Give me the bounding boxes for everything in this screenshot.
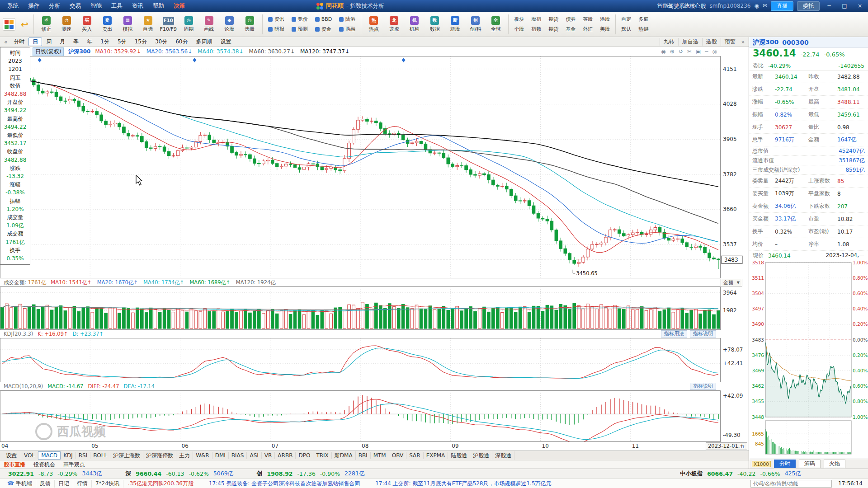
toolbar-button-创/科[interactable]: 创创/科	[465, 16, 486, 33]
tool-预警[interactable]: 预警	[721, 38, 739, 46]
toolbar-item-个股[interactable]: 个股	[511, 25, 527, 33]
menu-item-帮助[interactable]: 帮助	[148, 1, 169, 11]
menu-item-操作[interactable]: 操作	[24, 1, 44, 11]
period-30分[interactable]: 30分	[151, 38, 171, 46]
toolbar-item-板块[interactable]: 板块	[511, 15, 527, 23]
indicator-tab-DMI[interactable]: DMI	[212, 452, 229, 459]
toolbar-item-两融[interactable]: 两融	[336, 25, 359, 33]
period-1分[interactable]: 1分	[96, 38, 113, 46]
toolbar-button-模拟[interactable]: ▦模拟	[118, 16, 138, 33]
indicator-tab-W&R[interactable]: W&R	[193, 452, 212, 459]
toolbar-item-竞价[interactable]: 竞价	[288, 15, 311, 23]
indicator-tab-沪股通[interactable]: 沪股通	[470, 451, 492, 460]
period-chip[interactable]: 日线(复权)	[33, 47, 64, 56]
toolbar-item-外汇[interactable]: 外汇	[580, 25, 596, 33]
back-icon[interactable]: ↩	[18, 19, 31, 30]
scroll-left-icon[interactable]: «	[2, 39, 9, 45]
toolbar-item-期货[interactable]: 期货	[545, 25, 561, 33]
period-年[interactable]: 年	[83, 38, 96, 46]
bottom-button-行情[interactable]: 行情	[73, 480, 92, 488]
period-多周期[interactable]: 多周期	[192, 38, 216, 46]
target-icon[interactable]: ◎	[712, 48, 717, 55]
indicator-tab-OBV[interactable]: OBV	[389, 452, 407, 459]
news-item[interactable]: 17:44 上交所: 截至11月底共有ETF产品528只，市场规模超过1.5万亿…	[375, 480, 551, 488]
lock-icon[interactable]: ▣	[696, 48, 701, 55]
toolbar-button-买入[interactable]: 买买入	[77, 16, 97, 33]
bottom-button-7*24快讯[interactable]: 7*24快讯	[92, 480, 123, 488]
toolbar-item-研报[interactable]: 研报	[265, 25, 288, 33]
indicator-tab-陆股通[interactable]: 陆股通	[448, 451, 470, 460]
macd-chart[interactable]: +42.09-49.30	[0, 390, 749, 442]
close-button[interactable]: ×	[854, 3, 866, 9]
menu-item-decision[interactable]: 决策	[169, 1, 189, 11]
tab-高手观点[interactable]: 高手观点	[63, 461, 85, 469]
indicator-tab-MACD[interactable]: MACD	[38, 451, 61, 460]
button-指标用法[interactable]: 指标用法	[661, 330, 687, 338]
toolbar-button-数据[interactable]: 数数据	[425, 16, 445, 33]
maximize-button[interactable]: □	[839, 3, 850, 9]
toolbar-button-热点[interactable]: 热热点	[363, 16, 384, 33]
period-60分[interactable]: 60分	[171, 38, 192, 46]
toolbar-item-股指[interactable]: 股指	[528, 15, 544, 23]
refresh-icon[interactable]: ↺	[679, 48, 683, 55]
volume-chart[interactable]: 39641982	[0, 286, 749, 330]
toolbar-item-基金[interactable]: 基金	[562, 25, 579, 33]
app-grid-icon[interactable]	[3, 18, 15, 31]
toolbar-item-陆港[interactable]: 陆港	[336, 15, 359, 23]
tab-投资机会[interactable]: 投资机会	[33, 461, 55, 469]
indicator-tab-TRIX[interactable]: TRIX	[313, 452, 331, 459]
indicator-tab-EXPMA[interactable]: EXPMA	[424, 452, 448, 459]
button-指标说明[interactable]: 指标说明	[690, 383, 716, 390]
indicator-tab-SAR[interactable]: SAR	[406, 452, 423, 459]
toolbar-button-选股[interactable]: ◎选股	[240, 16, 260, 33]
indicator-tab-新DMA[interactable]: 新DMA	[332, 451, 356, 460]
kdj-chart[interactable]: +78.07+42.41	[0, 338, 749, 382]
indicator-tab-RSI[interactable]: RSI	[76, 452, 91, 459]
toolbar-item-英股[interactable]: 英股	[580, 15, 596, 23]
message-icon[interactable]: ✉	[763, 3, 767, 9]
menu-item-分析[interactable]: 分析	[44, 1, 65, 11]
indicator-tab-DPO[interactable]: DPO	[296, 452, 313, 459]
menu-item-工具[interactable]: 工具	[107, 1, 127, 11]
tool-选股[interactable]: 选股	[702, 38, 721, 46]
button-指标说明[interactable]: 指标说明	[690, 330, 716, 338]
period-日[interactable]: 日	[28, 38, 42, 46]
tool-九转[interactable]: 九转	[660, 38, 678, 46]
kline-chart[interactable]: 41514028390537823660353734833450.65	[0, 56, 749, 278]
toolbar-button-画线[interactable]: ✎画线	[199, 16, 219, 33]
toolbar-button-修正[interactable]: ↺修正	[36, 16, 57, 33]
tab-分时[interactable]: 分时	[774, 460, 796, 468]
tab-筹码[interactable]: 筹码	[799, 460, 821, 468]
live-button[interactable]: 直播	[771, 1, 793, 11]
toolbar-item-美股[interactable]: 美股	[597, 25, 613, 33]
period-5分[interactable]: 5分	[113, 38, 131, 46]
news-item[interactable]: 17:45 蜀道装备: 全资子公司深冷科技首次签署加氢站销售合同	[209, 480, 360, 488]
toolbar-item-期货[interactable]: 期货	[545, 15, 561, 23]
indicator-tab-BIAS[interactable]: BIAS	[229, 452, 247, 459]
indicator-tab-ASI[interactable]: ASI	[247, 452, 261, 459]
indicator-tab-沪深涨停数[interactable]: 沪深涨停数	[143, 451, 176, 460]
amount-select[interactable]: 金额▼	[721, 279, 742, 286]
scissors-icon[interactable]: ✂	[687, 48, 692, 55]
stock-search-input[interactable]	[750, 480, 832, 488]
indicator-tab-主力[interactable]: 主力	[176, 451, 193, 460]
toolbar-button-F10/F9[interactable]: F10F10/F9	[158, 17, 179, 32]
toolbar-button-新股[interactable]: 新新股	[445, 16, 465, 33]
tool-加自选[interactable]: 加自选	[678, 38, 702, 46]
toolbar-button-卖出[interactable]: 卖卖出	[97, 16, 118, 33]
eye-icon[interactable]: ◉	[661, 48, 665, 55]
move-icon[interactable]: ⊕	[670, 48, 675, 55]
menu-item-资讯[interactable]: 资讯	[127, 1, 148, 11]
toolbar-button-全球[interactable]: 全全球	[486, 16, 506, 33]
period-设置[interactable]: 设置	[216, 38, 235, 46]
toolbar-item-自定[interactable]: 自定	[618, 15, 634, 23]
bottom-button-手机端[interactable]: ☎手机端	[4, 480, 36, 488]
intraday-chart[interactable]: 35181.00%35110.80%35040.60%34970.40%3490…	[749, 260, 868, 458]
toolbar-button-测速[interactable]: ◔测速	[57, 16, 77, 33]
indicator-settings-button[interactable]: 设置	[2, 452, 21, 460]
menu-item-交易[interactable]: 交易	[65, 1, 85, 11]
indicator-tab-深股通[interactable]: 深股通	[492, 451, 514, 460]
indicator-tab-VR[interactable]: VR	[262, 452, 275, 459]
tab-股市直播[interactable]: 股市直播	[4, 461, 25, 469]
period-15分[interactable]: 15分	[131, 38, 151, 46]
